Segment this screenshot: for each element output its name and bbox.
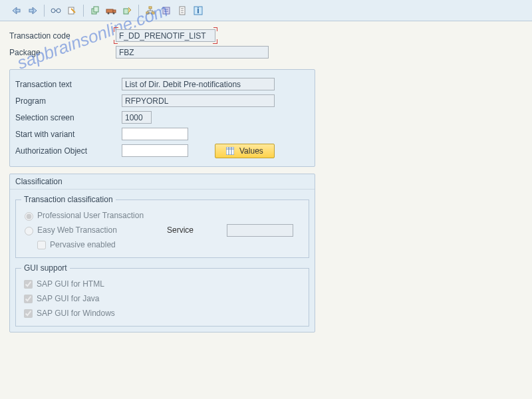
professional-user-label: Professional User Transaction — [37, 211, 144, 220]
gui-windows-checkbox[interactable] — [24, 309, 33, 318]
transport-icon[interactable] — [104, 3, 118, 18]
transaction-text-label: Transaction text — [15, 80, 122, 89]
gui-support-legend: GUI support — [21, 263, 70, 273]
authorization-object-label: Authorization Object — [15, 146, 122, 156]
svg-rect-8 — [106, 9, 113, 13]
variant-icon[interactable] — [159, 3, 174, 18]
transaction-classification-legend: Transaction classification — [21, 195, 116, 204]
svg-rect-13 — [149, 7, 152, 9]
easy-web-radio[interactable] — [25, 227, 33, 235]
svg-rect-14 — [146, 12, 149, 14]
program-label: Program — [15, 96, 122, 106]
hierarchy-icon[interactable] — [143, 3, 158, 18]
svg-rect-15 — [152, 12, 154, 14]
toolbar-separator — [138, 5, 139, 17]
pervasive-label: Pervasive enabled — [50, 240, 116, 249]
selection-screen-field[interactable]: 1000 — [122, 111, 152, 124]
gui-java-label: SAP GUI for Java — [37, 294, 99, 303]
svg-point-10 — [108, 12, 110, 14]
start-variant-field[interactable] — [122, 128, 188, 140]
values-button[interactable]: Values — [215, 144, 275, 158]
classification-title: Classification — [10, 174, 315, 190]
toolbar-separator — [44, 5, 45, 17]
service-field[interactable] — [227, 224, 293, 237]
svg-rect-9 — [113, 10, 116, 13]
pervasive-checkbox[interactable] — [37, 241, 46, 249]
svg-rect-7 — [94, 7, 98, 12]
svg-text:i: i — [197, 6, 199, 15]
assign-icon[interactable] — [120, 3, 134, 18]
svg-point-11 — [113, 12, 115, 14]
selection-screen-label: Selection screen — [15, 113, 122, 122]
svg-point-3 — [57, 9, 61, 13]
transaction-code-label: Transaction code — [9, 31, 116, 41]
professional-user-radio[interactable] — [25, 212, 33, 221]
svg-rect-29 — [226, 147, 234, 155]
forward-icon[interactable] — [25, 3, 40, 18]
transaction-details-group: Transaction text List of Dir. Debit Pre-… — [9, 69, 315, 167]
toolbar-separator — [83, 5, 84, 17]
svg-rect-20 — [163, 7, 170, 14]
start-variant-label: Start with variant — [15, 130, 122, 139]
document-icon[interactable] — [175, 3, 190, 18]
svg-rect-1 — [29, 9, 33, 12]
values-button-label: Values — [239, 146, 263, 156]
gui-windows-label: SAP GUI for Windows — [37, 309, 115, 318]
copy-icon[interactable] — [88, 3, 102, 18]
svg-rect-0 — [16, 9, 20, 12]
authorization-object-field[interactable] — [122, 144, 188, 157]
application-toolbar: i — [0, 0, 532, 21]
service-label: Service — [167, 225, 227, 235]
info-icon[interactable]: i — [191, 3, 205, 18]
transaction-code-field[interactable]: F_DD_PRENOTIF_LIST — [116, 29, 215, 42]
gui-java-checkbox[interactable] — [24, 295, 33, 303]
table-icon — [226, 147, 234, 155]
glasses-icon[interactable] — [49, 3, 63, 18]
gui-support-fieldset: GUI support SAP GUI for HTML SAP GUI for… — [15, 263, 309, 327]
content-area: Transaction code F_DD_PRENOTIF_LIST Pack… — [0, 21, 532, 339]
classification-group: Classification Transaction classificatio… — [9, 174, 315, 332]
package-label: Package — [9, 48, 116, 57]
back-icon[interactable] — [9, 3, 24, 18]
sap-gui-window: sapbrainsonline.com i Transaction code F… — [0, 0, 532, 399]
program-field[interactable]: RFPYORDL — [122, 94, 275, 107]
transaction-text-field[interactable]: List of Dir. Debit Pre-notifications — [122, 78, 275, 90]
transaction-classification-fieldset: Transaction classification Professional … — [15, 195, 309, 258]
gui-html-checkbox[interactable] — [24, 280, 33, 289]
gui-html-label: SAP GUI for HTML — [37, 279, 104, 289]
easy-web-label: Easy Web Transaction — [37, 225, 167, 235]
svg-rect-12 — [124, 9, 128, 14]
edit-icon[interactable] — [65, 3, 79, 18]
package-field[interactable]: FBZ — [116, 46, 269, 59]
svg-point-2 — [51, 9, 55, 13]
